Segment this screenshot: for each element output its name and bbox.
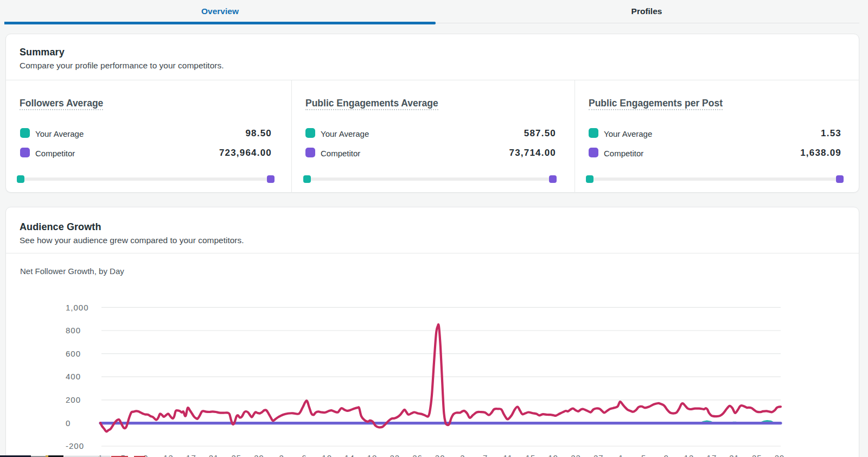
svg-text:200: 200 xyxy=(66,395,81,404)
svg-text:3: 3 xyxy=(460,453,465,457)
svg-text:21: 21 xyxy=(729,453,739,457)
svg-text:21: 21 xyxy=(209,453,219,457)
svg-text:5: 5 xyxy=(641,453,646,457)
svg-text:6: 6 xyxy=(302,453,307,457)
svg-text:22: 22 xyxy=(390,453,400,457)
svg-text:1: 1 xyxy=(618,453,623,457)
svg-text:0: 0 xyxy=(66,418,71,428)
svg-text:600: 600 xyxy=(66,349,81,358)
svg-text:2: 2 xyxy=(279,453,284,457)
svg-text:15: 15 xyxy=(526,453,536,457)
svg-text:11: 11 xyxy=(503,453,513,457)
svg-text:30: 30 xyxy=(435,453,445,457)
svg-text:23: 23 xyxy=(571,453,581,457)
svg-text:19: 19 xyxy=(548,453,558,457)
svg-text:26: 26 xyxy=(412,453,423,457)
svg-text:9: 9 xyxy=(664,453,669,457)
svg-text:10: 10 xyxy=(322,453,332,457)
svg-text:7: 7 xyxy=(483,453,488,457)
svg-text:14: 14 xyxy=(344,453,355,457)
svg-text:27: 27 xyxy=(593,453,604,457)
svg-text:17: 17 xyxy=(707,453,717,457)
svg-text:29: 29 xyxy=(775,453,785,457)
svg-text:13: 13 xyxy=(684,453,694,457)
svg-text:25: 25 xyxy=(231,453,241,457)
svg-text:13: 13 xyxy=(163,453,174,457)
svg-text:17: 17 xyxy=(186,453,196,457)
svg-text:-200: -200 xyxy=(66,441,84,450)
svg-text:1,000: 1,000 xyxy=(66,303,89,312)
svg-text:25: 25 xyxy=(752,453,762,457)
svg-text:800: 800 xyxy=(66,326,81,335)
svg-text:29: 29 xyxy=(254,453,264,457)
svg-text:400: 400 xyxy=(66,372,81,381)
svg-text:18: 18 xyxy=(367,453,378,457)
